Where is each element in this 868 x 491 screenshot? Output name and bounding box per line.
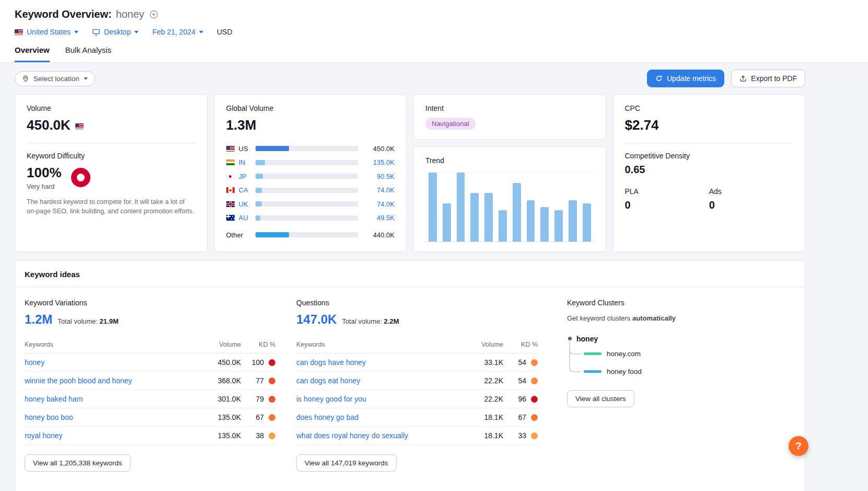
keyword-link[interactable]: honey boo boo [25, 413, 73, 421]
trend-bar [513, 183, 521, 242]
country-volume-value[interactable]: 49.5K [364, 214, 395, 222]
volume-value: 450.0K [27, 117, 71, 133]
clusters-title: Keyword Clusters [567, 299, 795, 307]
pla-ads-row: PLA 0 Ads 0 [625, 187, 794, 211]
volume-bar-fill [256, 215, 261, 221]
kd-value: 67 [256, 413, 264, 421]
column-header-keywords: Keywords [296, 337, 459, 353]
trend-bar [554, 210, 563, 241]
page-keyword: honey [116, 8, 145, 20]
desktop-icon [92, 28, 100, 36]
chevron-down-icon [134, 31, 138, 36]
cluster-item[interactable]: honey.com [584, 345, 795, 363]
country-volume-value[interactable]: 74.0K [364, 186, 395, 194]
volume-bar-fill [256, 160, 265, 165]
questions-total-volume: Total volume: 2.2M [342, 317, 399, 325]
kd-value: 54 [518, 358, 526, 367]
competitive-density-label: Competitive Density [625, 152, 794, 160]
kd-value: 96 [518, 395, 526, 403]
country-label[interactable]: CA [239, 186, 256, 194]
keyword-ideas-title: Keyword ideas [15, 261, 805, 287]
toolbar: Select location Update metrics Export to… [15, 70, 805, 87]
keyword-link[interactable]: can dogs eat honey [296, 376, 360, 385]
country-label: Other [226, 231, 256, 239]
volume-value-row: 450.0K [27, 117, 195, 133]
intent-trend-column: Intent Navigational Trend [413, 94, 606, 252]
cpc-value: $2.74 [625, 117, 794, 133]
global-volume-list: US450.0KIN135.0KJP90.5KCA74.0KUK74.0KAU4… [226, 142, 395, 242]
country-label[interactable]: AU [239, 214, 256, 222]
table-row: winnie the pooh blood and honey368.0K77 [25, 371, 275, 390]
top-header: Keyword Overview: honey United States De… [0, 0, 868, 63]
update-metrics-button[interactable]: Update metrics [647, 70, 724, 87]
select-location-dropdown[interactable]: Select location [15, 71, 95, 86]
keyword-difficulty-level: Very hard [27, 183, 62, 190]
global-volume-row: IN135.0K [226, 156, 395, 170]
in-flag-icon [226, 159, 235, 165]
tree-connector-lines [569, 338, 582, 381]
trend-bar [457, 173, 465, 242]
questions-title: Questions [296, 299, 538, 307]
cluster-color-line [584, 352, 601, 355]
keyword-link[interactable]: does honey go bad [296, 413, 358, 421]
volume-title: Volume [27, 104, 195, 112]
trend-title: Trend [425, 156, 594, 165]
volume-card: Volume 450.0K Keyword Difficulty 100% Ve… [15, 94, 207, 252]
table-row: royal honey135.0K38 [25, 426, 275, 444]
keyword-link[interactable]: what does royal honey do sexually [296, 431, 408, 440]
volume-bar [256, 232, 358, 237]
column-header-keywords: Keywords [25, 337, 197, 353]
keyword-link[interactable]: can dogs have honey [296, 358, 366, 367]
add-keyword-icon[interactable] [149, 10, 158, 19]
keyword-link[interactable]: winnie the pooh blood and honey [25, 376, 132, 385]
us-flag-icon [75, 123, 84, 129]
questions-table-body: can dogs have honey33.1K54can dogs eat h… [296, 353, 538, 444]
volume-value: 18.1K [459, 426, 503, 444]
date-filter[interactable]: Feb 21, 2024 [152, 28, 203, 36]
global-volume-value: 1.3M [226, 117, 395, 133]
country-label[interactable]: IN [239, 158, 256, 166]
device-filter[interactable]: Desktop [92, 28, 138, 36]
country-label: US [239, 145, 256, 153]
refresh-icon [655, 75, 663, 82]
keyword-difficulty-title: Keyword Difficulty [27, 152, 195, 160]
column-header-kd: KD % [503, 337, 538, 353]
kd-dot-icon [269, 432, 275, 439]
column-header-volume: Volume [459, 337, 503, 353]
kd-dot-icon [269, 359, 275, 366]
cluster-item[interactable]: honey food [584, 363, 795, 381]
volume-bar [256, 146, 358, 151]
kd-value: 100 [252, 358, 264, 367]
export-pdf-button[interactable]: Export to PDF [731, 70, 805, 87]
country-volume-value[interactable]: 135.0K [364, 158, 395, 166]
country-filter[interactable]: United States [15, 28, 78, 36]
country-volume-value: 450.0K [364, 145, 395, 153]
keyword-link[interactable]: is honey good for you [296, 395, 366, 403]
keyword-link[interactable]: royal honey [25, 431, 62, 440]
keyword-difficulty-gauge [71, 168, 90, 187]
tab-bulk-analysis[interactable]: Bulk Analysis [65, 45, 111, 62]
intent-title: Intent [425, 104, 594, 112]
volume-value: 22.2K [459, 390, 503, 408]
help-button[interactable]: ? [789, 436, 808, 456]
view-all-clusters-button[interactable]: View all clusters [567, 390, 634, 407]
keyword-difficulty-description: The hardest keyword to compete for. It w… [27, 197, 195, 216]
country-volume-value[interactable]: 74.0K [364, 200, 395, 208]
trend-bar [569, 200, 577, 242]
keyword-link[interactable]: honey baked ham [25, 395, 83, 403]
column-header-kd: KD % [241, 337, 275, 353]
kd-value: 38 [256, 431, 264, 440]
table-row: honey450.0K100 [25, 353, 275, 371]
intent-badge: Navigational [425, 118, 476, 130]
country-label[interactable]: UK [239, 200, 256, 208]
volume-bar [256, 188, 358, 193]
trend-bar [443, 203, 451, 241]
country-label[interactable]: JP [239, 173, 256, 180]
view-all-variations-button[interactable]: View all 1,205,338 keywords [25, 454, 131, 472]
keyword-variations-section: Keyword Variations 1.2M Total volume: 21… [25, 299, 275, 472]
view-all-questions-button[interactable]: View all 147,019 keywords [296, 454, 397, 472]
keyword-link[interactable]: honey [25, 358, 44, 367]
ads-label: Ads [709, 187, 793, 196]
tab-overview[interactable]: Overview [15, 45, 50, 62]
country-volume-value[interactable]: 90.5K [364, 173, 395, 180]
